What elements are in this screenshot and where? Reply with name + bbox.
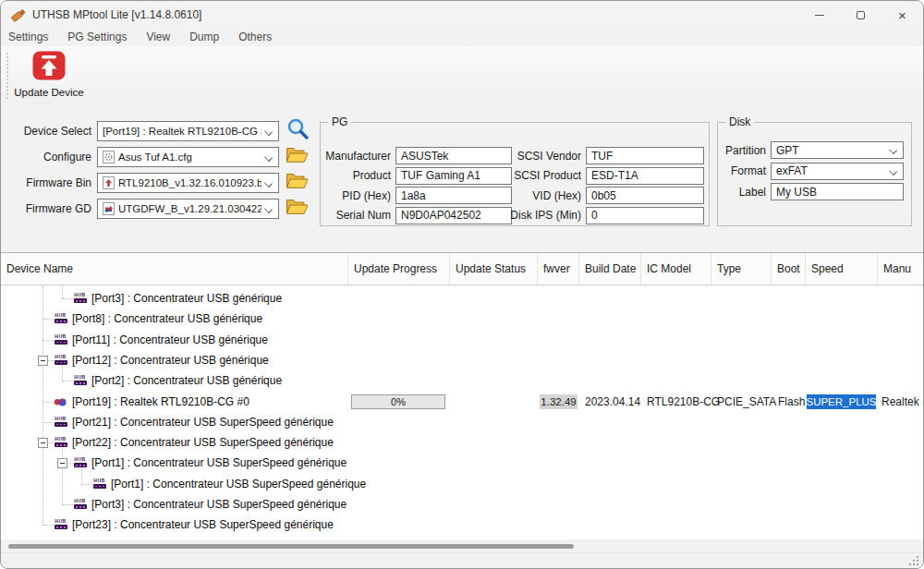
device-select-dropdown[interactable]: [Port19] : Realtek RTL9210B-CG #0 xyxy=(97,121,279,141)
scsi-vendor-field[interactable]: TUF xyxy=(586,147,704,164)
menu-item-settings[interactable]: Settings xyxy=(8,29,59,46)
vid-hex--field[interactable]: 0b05 xyxy=(586,187,704,204)
firmware-gd-value: UTGDFW_B_v1.29.21.030422.bin xyxy=(118,203,261,214)
status-bar xyxy=(1,552,923,569)
chevron-down-icon xyxy=(264,127,273,136)
column-header-label: Device Name xyxy=(6,262,73,275)
close-icon: × xyxy=(898,8,906,22)
scsi-product-field[interactable]: ESD-T1A xyxy=(586,167,704,185)
disk-ips-min--label: Disk IPS (Min) xyxy=(502,209,581,222)
column-header-ic-model[interactable]: IC Model xyxy=(641,253,711,284)
menu-item-pg-settings[interactable]: PG Settings xyxy=(67,29,138,46)
minimize-button[interactable] xyxy=(798,1,840,29)
table-row[interactable]: HUB[Port21] : Concentrateur USB SuperSpe… xyxy=(1,412,923,432)
pg-field-serial-num: Serial NumN9D0AP042502 xyxy=(324,207,512,224)
label-input[interactable]: My USB xyxy=(771,183,904,200)
menu-item-view[interactable]: View xyxy=(146,29,181,46)
table-row[interactable]: HUB[Port12] : Concentrateur USB génériqu… xyxy=(1,350,923,370)
device-name: [Port1] : Concentrateur USB SuperSpeed g… xyxy=(111,478,366,490)
table-row[interactable]: HUB[Port2] : Concentrateur USB générique xyxy=(1,370,923,391)
disk-field-label: LabelMy USB xyxy=(723,183,904,200)
boot-value: Flash xyxy=(778,395,805,408)
ic-model-value: RTL9210B-CG xyxy=(647,395,720,408)
column-header-label: Type xyxy=(717,262,741,275)
column-header-build-date[interactable]: Build Date xyxy=(579,253,641,284)
tree-collapse-toggle[interactable] xyxy=(38,356,48,366)
configure-dropdown[interactable]: Asus Tuf A1.cfg xyxy=(97,147,279,167)
configure-label: Configure xyxy=(14,151,91,163)
usb-device-icon xyxy=(53,396,67,408)
disk-field-format: FormatexFAT xyxy=(723,163,904,180)
serial-num-field[interactable]: N9D0AP042502 xyxy=(395,207,512,224)
usb-hub-icon-bar xyxy=(74,381,87,385)
browse-folder-button[interactable] xyxy=(286,172,309,194)
column-header-manu[interactable]: Manu xyxy=(878,253,924,284)
usb-hub-icon: HUB xyxy=(73,499,87,509)
search-icon xyxy=(286,117,310,145)
pg-left-column: ManufacturerASUSTekProductTUF Gaming A1P… xyxy=(324,147,512,226)
table-row[interactable]: HUB[Port1] : Concentrateur USB SuperSpee… xyxy=(1,453,923,473)
update-device-button[interactable]: Update Device xyxy=(12,50,86,103)
manufacturer-field[interactable]: ASUSTek xyxy=(395,147,512,164)
pg-field-vid-hex-: VID (Hex)0b05 xyxy=(502,187,704,204)
browse-folder-button[interactable] xyxy=(286,146,309,168)
menu-item-dump[interactable]: Dump xyxy=(189,29,230,46)
close-button[interactable]: × xyxy=(881,1,923,29)
table-row[interactable]: HUB[Port1] : Concentrateur USB SuperSpee… xyxy=(1,474,923,494)
firmware-gd-dropdown[interactable]: UTGDFW_B_v1.29.21.030422.bin xyxy=(97,199,279,219)
column-header-fwver[interactable]: fwver xyxy=(538,253,579,284)
disk-ips-min--field[interactable]: 0 xyxy=(586,207,704,224)
usb-hub-icon: HUB xyxy=(73,457,87,467)
tree-collapse-toggle[interactable] xyxy=(57,458,67,468)
column-header-speed[interactable]: Speed xyxy=(806,253,878,284)
scsi-product-label: SCSI Product xyxy=(502,169,581,182)
table-row[interactable]: HUB[Port3] : Concentrateur USB SuperSpee… xyxy=(1,494,923,515)
usb-hub-icon-text: HUB xyxy=(74,499,85,503)
tree-connector-dash xyxy=(62,504,73,505)
firmware-bin-dropdown[interactable]: RTL9210B_v1.32.16.010923.bin xyxy=(97,173,279,193)
browse-folder-button[interactable] xyxy=(286,198,309,220)
device-name: [Port3] : Concentrateur USB générique xyxy=(91,292,282,305)
pg-right-column: SCSI VendorTUFSCSI ProductESD-T1AVID (He… xyxy=(502,147,704,226)
format-dropdown[interactable]: exFAT xyxy=(771,163,904,180)
column-header-device-name[interactable]: Device Name xyxy=(1,253,348,284)
pg-field-scsi-vendor: SCSI VendorTUF xyxy=(502,147,704,164)
pg-field-scsi-product: SCSI ProductESD-T1A xyxy=(502,167,704,185)
speed-badge: SUPER_PLUS xyxy=(807,394,876,409)
horizontal-scrollbar-thumb[interactable] xyxy=(8,544,574,549)
table-row[interactable]: HUB[Port22] : Concentrateur USB SuperSpe… xyxy=(1,432,923,453)
product-field[interactable]: TUF Gaming A1 xyxy=(395,167,512,185)
column-header-label: IC Model xyxy=(647,262,691,275)
device-name: [Port23] : Concentrateur USB SuperSpeed … xyxy=(72,518,334,531)
chevron-down-icon xyxy=(264,153,273,162)
column-header-update-progress[interactable]: Update Progress xyxy=(348,253,450,284)
column-header-update-status[interactable]: Update Status xyxy=(450,253,538,284)
pid-hex--field[interactable]: 1a8a xyxy=(395,187,512,204)
manufacturer-label: Manufacturer xyxy=(324,150,391,163)
menu-item-others[interactable]: Others xyxy=(238,29,283,46)
table-row[interactable]: HUB[Port3] : Concentrateur USB générique xyxy=(1,288,923,309)
maximize-button[interactable] xyxy=(840,1,881,29)
search-button[interactable] xyxy=(286,117,310,145)
table-row[interactable]: HUB[Port11] : Concentrateur USB génériqu… xyxy=(1,330,923,350)
horizontal-scrollbar[interactable] xyxy=(1,540,923,552)
resize-grip-icon[interactable] xyxy=(917,563,918,565)
usb-hub-icon-text: HUB xyxy=(93,478,104,483)
column-header-boot[interactable]: Boot xyxy=(772,253,806,284)
tree-connector-dash xyxy=(62,381,73,381)
usb-hub-icon-text: HUB xyxy=(74,457,85,462)
partition-dropdown[interactable]: GPT xyxy=(771,141,904,159)
table-row[interactable]: HUB[Port8] : Concentrateur USB générique xyxy=(1,309,923,329)
table-row[interactable]: HUB[Port23] : Concentrateur USB SuperSpe… xyxy=(1,515,923,535)
firmware-bin-value: RTL9210B_v1.32.16.010923.bin xyxy=(118,177,261,188)
folder-icon xyxy=(286,172,309,194)
device-name: [Port22] : Concentrateur USB SuperSpeed … xyxy=(72,436,334,449)
pid-hex--label: PID (Hex) xyxy=(324,189,391,202)
column-header-type[interactable]: Type xyxy=(711,253,772,284)
tree-collapse-toggle[interactable] xyxy=(38,438,48,448)
usb-hub-icon-bar xyxy=(55,319,67,323)
product-value: TUF Gaming A1 xyxy=(401,169,480,182)
toolbar-grip[interactable] xyxy=(6,53,8,99)
format-label: Format xyxy=(723,164,766,177)
table-row[interactable]: [Port19] : Realtek RTL9210B-CG #00%1.32.… xyxy=(1,392,923,412)
